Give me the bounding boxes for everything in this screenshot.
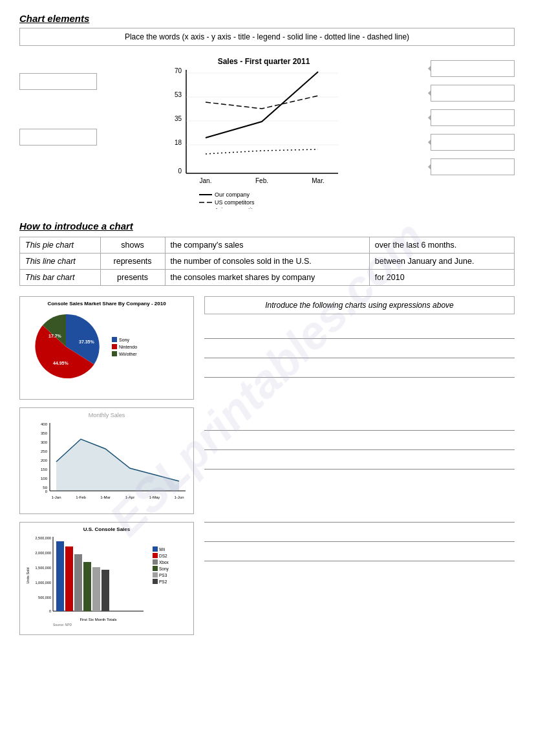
writing-column: Introduce the following charts using exp… — [204, 296, 515, 643]
svg-text:0: 0 — [178, 167, 182, 175]
svg-text:35: 35 — [175, 115, 182, 122]
svg-text:Feb.: Feb. — [255, 177, 268, 184]
wii-bar-label: Wii — [159, 547, 165, 552]
section1-title: Chart elements — [19, 13, 515, 24]
bubble-2[interactable] — [431, 85, 515, 102]
svg-text:100: 100 — [41, 477, 48, 481]
svg-marker-41 — [56, 439, 179, 491]
instruction-box: Place the words (x axis - y axis - title… — [19, 28, 515, 46]
svg-text:250: 250 — [41, 449, 48, 453]
svg-rect-54 — [83, 562, 91, 611]
bar-legend: Wii DS2 Xbox Sony — [153, 534, 169, 584]
introduce-text: Introduce the following charts using exp… — [265, 301, 454, 310]
wii-color — [112, 351, 117, 356]
monthly-sales-svg: 400 350 300 250 200 150 100 50 0 1-Jan 1… — [24, 420, 189, 507]
writing-section-line — [204, 413, 515, 473]
charts-writing-area: Console Sales Market Share By Company - … — [19, 296, 515, 643]
ps3-bar-label: PS3 — [159, 573, 167, 578]
wii-bar-color — [153, 546, 158, 552]
ds2-bar-color — [153, 553, 158, 558]
write-line-9[interactable] — [204, 546, 515, 561]
svg-text:200: 200 — [41, 459, 48, 462]
write-line-4[interactable] — [204, 415, 515, 431]
pie-legend-nintendo: Nintendo — [112, 344, 137, 349]
row1-verb: shows — [100, 237, 165, 254]
sony-bar-label: Sony — [159, 567, 169, 571]
bar-chart-container: 2,500,000 2,000,000 1,500,000 1,000,000 … — [24, 534, 189, 627]
svg-text:300: 300 — [41, 440, 48, 444]
svg-text:Source: NPD: Source: NPD — [53, 623, 72, 627]
bubble-5[interactable] — [431, 158, 515, 175]
row1-subject: This pie chart — [20, 237, 101, 254]
svg-rect-55 — [92, 567, 100, 611]
write-line-8[interactable] — [204, 526, 515, 542]
row3-object: the consoles market shares by company — [165, 270, 369, 286]
pie-chart-box: Console Sales Market Share By Company - … — [19, 296, 194, 400]
svg-text:1,000,000: 1,000,000 — [36, 581, 51, 585]
xbox-bar-label: Xbox — [159, 560, 169, 565]
row2-object: the number of consoles sold in the U.S. — [165, 254, 369, 270]
svg-rect-51 — [56, 541, 64, 611]
svg-text:350: 350 — [41, 431, 48, 435]
table-row-1: This pie chart shows the company's sales… — [20, 237, 515, 254]
row3-subject: This bar chart — [20, 270, 101, 286]
sony-bar-color — [153, 566, 158, 571]
write-line-5[interactable] — [204, 435, 515, 450]
pie-svg: 37.35% 44.95% 17.7% — [24, 308, 108, 385]
svg-text:1-Jan: 1-Jan — [51, 495, 61, 499]
pie-chart-container: 37.35% 44.95% 17.7% Sony Nintendo — [24, 308, 189, 385]
svg-text:53: 53 — [175, 91, 182, 98]
wii-label: Wii/other — [119, 352, 137, 356]
bar-legend-ps2: PS2 — [153, 579, 169, 584]
svg-rect-53 — [74, 554, 82, 611]
svg-text:0: 0 — [45, 490, 48, 493]
bubble-3[interactable] — [431, 109, 515, 126]
bar-legend-wii: Wii — [153, 546, 169, 552]
row2-verb: represents — [100, 254, 165, 270]
pie-legend-wii: Wii/other — [112, 351, 137, 356]
charts-column: Console Sales Market Share By Company - … — [19, 296, 194, 643]
label-box-top[interactable] — [19, 73, 97, 90]
ps2-bar-label: PS2 — [159, 579, 167, 584]
writing-section-pie — [204, 321, 515, 382]
xbox-bar-color — [153, 559, 158, 565]
bar-chart-title: U.S. Console Sales — [24, 526, 189, 532]
write-line-2[interactable] — [204, 343, 515, 358]
bar-legend-ps3: PS3 — [153, 572, 169, 578]
instruction-text: Place the words (x axis - y axis - title… — [125, 32, 409, 41]
svg-text:1-Jun: 1-Jun — [174, 495, 184, 499]
row2-time: between January and June. — [369, 254, 514, 270]
svg-text:2,000,000: 2,000,000 — [36, 551, 51, 555]
label-box-bottom[interactable] — [19, 129, 97, 146]
left-labels — [19, 54, 97, 146]
nintendo-label: Nintendo — [119, 345, 137, 349]
svg-text:Units Sold: Units Sold — [26, 567, 30, 583]
svg-text:500,000: 500,000 — [38, 596, 51, 599]
svg-text:1-May: 1-May — [149, 495, 160, 499]
svg-rect-52 — [65, 546, 73, 611]
bubble-1[interactable] — [431, 60, 515, 77]
write-line-7[interactable] — [204, 507, 515, 523]
svg-text:Asian competitors: Asian competitors — [215, 207, 261, 209]
pie-legend: Sony Nintendo Wii/other — [112, 337, 137, 356]
write-line-6[interactable] — [204, 454, 515, 470]
pie-chart-title: Console Sales Market Share By Company - … — [24, 301, 189, 307]
right-bubbles — [431, 54, 515, 178]
table-row-2: This line chart represents the number of… — [20, 254, 515, 270]
svg-text:44.95%: 44.95% — [53, 361, 69, 365]
svg-text:1-Mar: 1-Mar — [100, 495, 111, 499]
bar-legend-ds2: DS2 — [153, 553, 169, 558]
row2-subject: This line chart — [20, 254, 101, 270]
line-chart-svg: Sales - First quarter 2011 70 53 35 18 0… — [154, 54, 374, 209]
table-row-3: This bar chart presents the consoles mar… — [20, 270, 515, 286]
svg-text:2,500,000: 2,500,000 — [36, 536, 51, 540]
chart-area: Sales - First quarter 2011 70 53 35 18 0… — [19, 54, 515, 209]
section2-title: How to introduce a chart — [19, 221, 515, 232]
chart-center: Sales - First quarter 2011 70 53 35 18 0… — [102, 54, 425, 209]
intro-table: This pie chart shows the company's sales… — [19, 237, 515, 286]
write-line-1[interactable] — [204, 323, 515, 339]
write-line-3[interactable] — [204, 362, 515, 378]
bubble-4[interactable] — [431, 134, 515, 151]
introduce-box: Introduce the following charts using exp… — [204, 296, 515, 314]
row3-verb: presents — [100, 270, 165, 286]
